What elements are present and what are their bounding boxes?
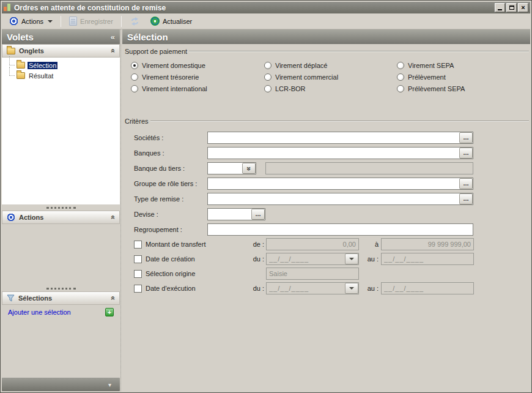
radio-label: Virement SEPA [408,62,454,69]
sidebar-splitter[interactable] [2,204,120,211]
radio-label: Virement trésorerie [142,73,199,81]
refresh-arrows-button [125,16,144,27]
maximize-icon [509,6,514,10]
sidebar-title: Volets [7,32,34,42]
groupe-role-input[interactable] [207,178,473,190]
radio-icon [397,85,404,92]
type-remise-input[interactable] [207,193,473,205]
field-row-banque-tiers: Banque du tiers : » [134,160,529,176]
date-creation-du-dropdown-button [345,253,358,264]
close-button[interactable]: × [518,3,528,12]
save-document-icon [69,17,77,26]
panel-header-onglets[interactable]: Onglets » [2,44,120,58]
minimize-button[interactable] [495,3,505,12]
date-execution-du-label: du : [252,285,264,292]
support-group-legend: Support de paiement [125,47,529,56]
refresh-arrows-icon [130,17,140,26]
radio-icon [264,73,272,81]
radio-virement-tresorerie[interactable]: Virement trésorerie [131,71,264,83]
minimize-icon [498,9,502,10]
montant-de-label: de : [252,241,264,248]
montant-a-input [381,238,474,250]
selection-origine-checkbox[interactable] [134,270,142,278]
chevron-down-icon: ▾ [108,381,111,388]
devise-label: Devise : [134,211,207,218]
tree-item-label: Sélection [28,62,57,69]
panel-header-actions[interactable]: Actions » [2,211,120,224]
date-creation-checkbox[interactable] [134,255,142,263]
regroupement-label: Regroupement : [134,226,207,233]
radio-lcr-bor[interactable]: LCR-BOR [264,83,397,94]
sidebar: Volets « Onglets » Sélection Résultat [2,29,120,391]
add-selection-link[interactable]: Ajouter une sélection [8,309,71,316]
radio-virement-domestique[interactable]: Virement domestique [131,59,264,71]
societes-input[interactable] [207,132,473,144]
field-row-type-remise: Type de remise : ... [134,191,529,206]
date-execution-checkbox[interactable] [134,285,142,293]
ellipsis-icon: ... [463,195,468,202]
regroupement-input[interactable] [207,223,473,236]
montant-checkbox[interactable] [134,241,142,249]
radio-icon [397,73,404,81]
montant-a-label: à [365,241,379,248]
title-bar: Ordres en attente de constitution de rem… [2,2,530,13]
refresh-button[interactable]: Actualiser [146,15,196,27]
radio-virement-commercial[interactable]: Virement commercial [264,71,397,83]
radio-label: LCR-BOR [275,85,306,92]
banque-tiers-value-field [265,162,473,174]
tree-item-label: Résultat [28,72,54,80]
radio-virement-international[interactable]: Virement international [131,83,264,94]
date-creation-label: Date de création [146,255,252,263]
collapse-sidebar-icon[interactable]: « [111,32,115,42]
radio-virement-deplace[interactable]: Virement déplacé [264,59,397,71]
field-row-devise: Devise : ... [134,206,529,222]
maximize-button[interactable] [506,3,517,12]
sidebar-splitter-2[interactable] [2,285,120,291]
actions-dropdown-icon [48,20,53,23]
actions-menu-button[interactable]: Actions [5,15,57,27]
radio-label: Virement commercial [275,73,338,81]
banques-input[interactable] [207,147,473,159]
date-creation-au-input [381,253,474,265]
collapse-panel-icon[interactable]: » [109,49,117,53]
refresh-label: Actualiser [163,18,192,25]
add-selection-button[interactable]: + [105,308,114,316]
tree-item-resultat[interactable]: Résultat [2,70,120,81]
radio-icon [264,62,272,69]
tree-item-selection[interactable]: Sélection [2,60,120,70]
sidebar-bottom-bar[interactable]: ▾ [2,378,120,391]
ellipsis-icon: ... [255,211,260,217]
groupe-role-lookup-button[interactable]: ... [459,178,473,189]
collapse-panel-icon[interactable]: » [109,215,117,220]
collapse-panel-icon[interactable]: » [109,296,117,301]
radio-prelevement[interactable]: Prélèvement [397,71,529,83]
open-folder-icon [17,62,25,69]
folder-icon [7,48,15,54]
banque-tiers-expand-button[interactable]: » [242,163,256,174]
radio-icon [131,73,138,81]
double-chevron-down-icon: » [245,167,253,170]
banque-tiers-label: Banque du tiers : [134,165,207,172]
societes-lookup-button[interactable]: ... [459,132,473,143]
selections-panel-title: Sélections [18,294,52,302]
type-remise-label: Type de remise : [134,195,207,203]
selection-origine-input [266,268,359,280]
banques-lookup-button[interactable]: ... [459,148,473,159]
radio-icon [131,85,138,92]
app-icon [4,4,12,12]
onglets-panel-title: Onglets [19,47,44,54]
radio-virement-sepa[interactable]: Virement SEPA [397,59,529,71]
field-row-societes: Sociétés : ... [134,130,529,145]
row-montant-transfert: Montant de transfert de : à [134,237,529,252]
radio-prelevement-sepa[interactable]: Prélèvement SEPA [397,83,529,94]
group-rule [189,51,529,52]
type-remise-lookup-button[interactable]: ... [459,193,473,204]
toolbar-separator-2 [121,16,122,27]
toolbar-separator [61,16,61,27]
folder-icon [17,72,25,79]
devise-lookup-button[interactable]: ... [251,209,265,220]
ellipsis-icon: ... [463,180,468,187]
panel-header-selections[interactable]: Sélections » [2,291,120,305]
actions-target-icon [9,17,18,26]
selection-content: Support de paiement Virement domestique … [122,44,530,391]
